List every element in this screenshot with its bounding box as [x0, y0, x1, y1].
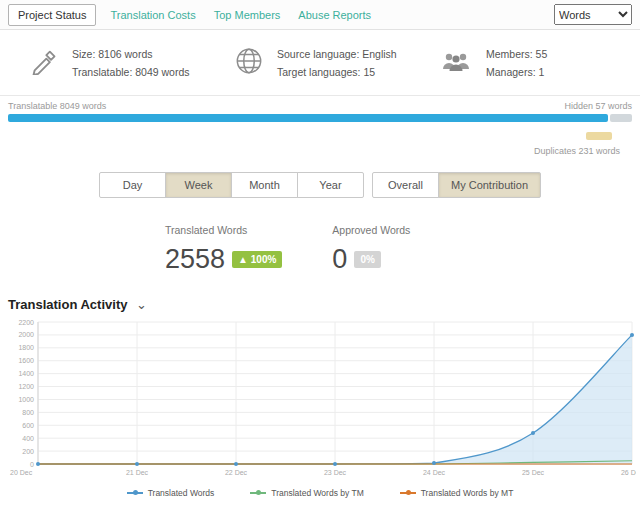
- svg-text:2000: 2000: [18, 331, 34, 338]
- translatable-line: Translatable: 8049 words: [72, 63, 190, 81]
- members-line: Members: 55: [486, 45, 547, 63]
- period-week-button[interactable]: Week: [165, 172, 232, 198]
- svg-text:26 Dec: 26 Dec: [621, 469, 636, 476]
- duplicates-label: Duplicates 231 words: [8, 146, 620, 156]
- activity-chart-canvas: 0200400600800100012001400160018002000220…: [4, 316, 636, 486]
- svg-text:800: 800: [22, 409, 34, 416]
- svg-text:21 Dec: 21 Dec: [126, 469, 149, 476]
- language-stat: Source language: English Target language…: [235, 45, 440, 82]
- legend-label: Translated Words: [148, 488, 215, 498]
- managers-line: Managers: 1: [486, 63, 547, 81]
- size-line: Size: 8106 words: [72, 45, 190, 63]
- scope-overall-button[interactable]: Overall: [372, 172, 439, 198]
- members-stat: Members: 55 Managers: 1: [440, 45, 640, 82]
- translated-words-metric: Translated Words 2558 ▲ 100%: [165, 224, 282, 275]
- activity-section-header: Translation Activity ⌄: [8, 297, 640, 312]
- legend-translated-words[interactable]: Translated Words: [127, 488, 215, 498]
- translation-progress-bar: [8, 114, 632, 122]
- hidden-label: Hidden 57 words: [564, 101, 632, 111]
- svg-text:1400: 1400: [18, 370, 34, 377]
- translatable-label: Translatable 8049 words: [8, 101, 106, 111]
- period-year-button[interactable]: Year: [297, 172, 364, 198]
- scope-button-group: Overall My Contribution: [372, 172, 541, 198]
- svg-text:24 Dec: 24 Dec: [423, 469, 446, 476]
- progress-section: Translatable 8049 words Hidden 57 words …: [0, 96, 640, 156]
- target-languages-line: Target languages: 15: [277, 63, 397, 81]
- top-navigation: Project Status Translation Costs Top Mem…: [0, 0, 640, 30]
- source-language-line: Source language: English: [277, 45, 397, 63]
- legend-label: Translated Words by MT: [421, 488, 514, 498]
- approved-words-label: Approved Words: [332, 224, 410, 236]
- svg-text:2200: 2200: [18, 318, 34, 325]
- duplicates-indicator: Duplicates 231 words: [8, 126, 632, 156]
- members-icon: [440, 48, 472, 78]
- activity-title: Translation Activity: [8, 297, 127, 312]
- approved-change-badge: 0%: [354, 251, 380, 268]
- filters-row: Day Week Month Year Overall My Contribut…: [0, 172, 640, 198]
- legend-marker: [400, 492, 416, 494]
- approved-words-value: 0: [332, 244, 347, 275]
- translated-change-badge: ▲ 100%: [232, 251, 282, 268]
- translated-words-label: Translated Words: [165, 224, 282, 236]
- svg-text:23 Dec: 23 Dec: [324, 469, 347, 476]
- legend-translated-words-mt[interactable]: Translated Words by MT: [400, 488, 514, 498]
- legend-label: Translated Words by TM: [271, 488, 363, 498]
- duplicates-segment: [586, 132, 612, 140]
- tab-top-members[interactable]: Top Members: [214, 9, 281, 21]
- globe-icon: [235, 47, 263, 79]
- svg-text:400: 400: [22, 434, 34, 441]
- svg-text:600: 600: [22, 422, 34, 429]
- svg-text:1600: 1600: [18, 357, 34, 364]
- svg-text:1800: 1800: [18, 344, 34, 351]
- svg-text:1000: 1000: [18, 396, 34, 403]
- svg-text:22 Dec: 22 Dec: [225, 469, 248, 476]
- size-stat: Size: 8106 words Translatable: 8049 word…: [30, 45, 235, 82]
- project-summary: Size: 8106 words Translatable: 8049 word…: [0, 30, 640, 96]
- pen-icon: [30, 47, 58, 79]
- legend-translated-words-tm[interactable]: Translated Words by TM: [250, 488, 363, 498]
- legend-marker: [127, 492, 143, 494]
- approved-words-metric: Approved Words 0 0%: [332, 224, 410, 275]
- period-button-group: Day Week Month Year: [99, 172, 364, 198]
- tab-project-status[interactable]: Project Status: [8, 4, 96, 26]
- svg-text:200: 200: [22, 447, 34, 454]
- period-day-button[interactable]: Day: [99, 172, 166, 198]
- chevron-down-icon[interactable]: ⌄: [136, 297, 147, 312]
- unit-select[interactable]: Words: [554, 4, 632, 25]
- metrics-row: Translated Words 2558 ▲ 100% Approved Wo…: [165, 224, 640, 275]
- tab-abuse-reports[interactable]: Abuse Reports: [298, 9, 371, 21]
- legend-marker: [250, 492, 266, 494]
- translation-activity-chart: 0200400600800100012001400160018002000220…: [0, 316, 640, 486]
- svg-text:0: 0: [30, 460, 34, 467]
- svg-text:25 Dec: 25 Dec: [522, 469, 545, 476]
- tab-translation-costs[interactable]: Translation Costs: [110, 9, 195, 21]
- period-month-button[interactable]: Month: [231, 172, 298, 198]
- svg-text:1200: 1200: [18, 383, 34, 390]
- translatable-segment: [8, 114, 608, 122]
- translated-words-value: 2558: [165, 244, 225, 275]
- chart-legend: Translated Words Translated Words by TM …: [0, 488, 640, 498]
- scope-my-contribution-button[interactable]: My Contribution: [438, 172, 541, 198]
- svg-text:20 Dec: 20 Dec: [10, 469, 33, 476]
- hidden-segment: [610, 114, 632, 122]
